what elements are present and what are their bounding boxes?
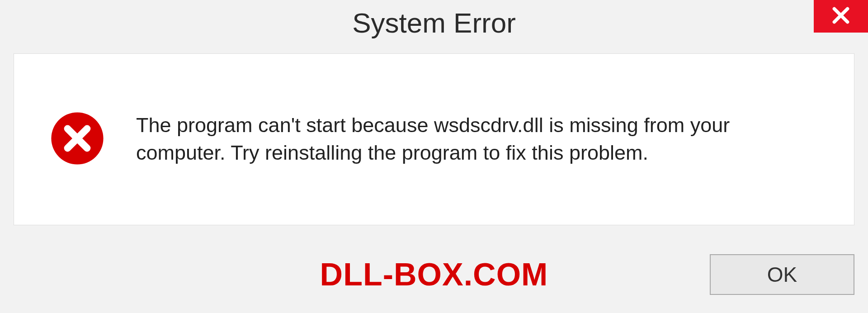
- close-button[interactable]: [814, 0, 868, 33]
- error-icon: [50, 111, 104, 167]
- ok-button[interactable]: OK: [710, 254, 854, 295]
- dialog-footer: DLL-BOX.COM OK: [14, 254, 854, 295]
- titlebar: System Error: [0, 0, 868, 45]
- ok-button-label: OK: [767, 262, 797, 287]
- close-icon: [831, 5, 851, 27]
- dialog-title: System Error: [352, 7, 516, 39]
- error-message: The program can't start because wsdscdrv…: [136, 112, 822, 167]
- content-panel: The program can't start because wsdscdrv…: [14, 53, 854, 225]
- watermark-text: DLL-BOX.COM: [320, 256, 548, 293]
